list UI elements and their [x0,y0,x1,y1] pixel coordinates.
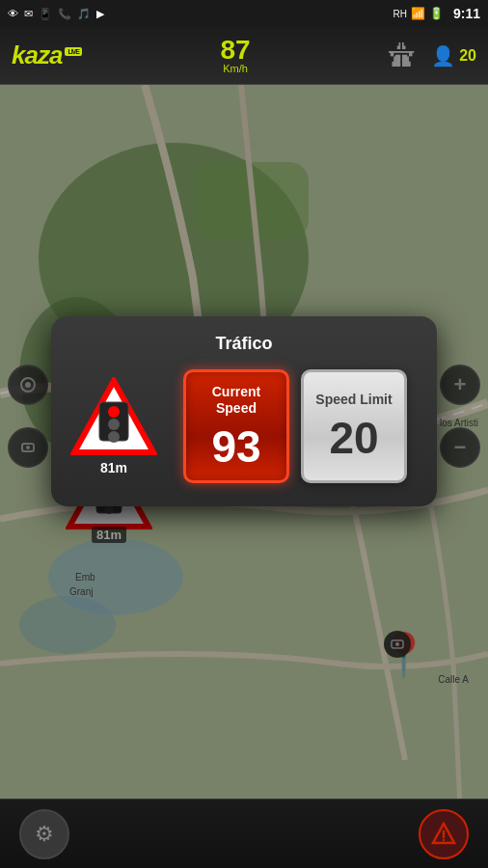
speed-unit: Km/h [223,64,248,74]
speed-limit-box: Speed Limit 20 [301,369,407,483]
person-count: 20 [459,47,476,65]
warning-button[interactable] [419,809,469,859]
mail-icon: ✉ [24,8,33,20]
header-speed-area: 87 Km/h [82,37,389,74]
modal-title: Tráfico [70,334,418,354]
svg-point-19 [108,406,120,418]
eye-icon: 👁 [8,8,18,19]
gear-icon: ⚙ [35,822,54,847]
app-icon-2: 📞 [58,8,71,20]
live-badge: LIVE [65,47,82,56]
speed-boxes: Current Speed 93 Speed Limit 20 [173,369,418,483]
warning-icon [430,821,457,848]
header-road-icon: 🛣 [389,40,416,71]
header-right-info: 👤 20 [431,44,476,68]
modal-traffic-sign [70,377,157,456]
svg-point-20 [108,419,120,430]
bottom-bar: ⚙ [0,799,488,868]
music-icon: 🎵 [77,8,91,20]
speed-limit-label: Speed Limit [315,392,392,408]
modal-overlay: Tráfico 81m Current Speed 93 [0,85,488,868]
status-left-icons: 👁 ✉ 📱 📞 🎵 ▶ [8,8,104,20]
kaza-logo-area: kazaLIVE [0,41,82,70]
app-icon-1: 📱 [39,8,52,20]
video-icon: ▶ [96,8,104,20]
app-header: kazaLIVE 87 Km/h 🛣 👤 20 [0,27,488,85]
current-speed-value: 93 [211,424,260,469]
modal-sign-area: 81m [70,377,157,475]
status-time: 9:11 [453,6,480,21]
modal-sign-distance: 81m [100,460,127,475]
signal-icon: 📶 [411,7,425,20]
speed-limit-value: 20 [329,416,378,460]
current-speed-box: Current Speed 93 [183,369,289,483]
settings-button[interactable]: ⚙ [19,809,69,859]
current-speed-header: 87 [221,37,251,64]
status-bar: 👁 ✉ 📱 📞 🎵 ▶ RH 📶 🔋 9:11 [0,0,488,27]
status-right-icons: RH 📶 🔋 9:11 [393,6,480,21]
traffic-modal: Tráfico 81m Current Speed 93 [51,316,437,506]
current-speed-label: Current Speed [196,384,277,417]
svg-point-21 [108,431,120,443]
carrier-label: RH [393,9,407,19]
svg-point-24 [443,838,445,840]
person-icon: 👤 [431,44,455,68]
modal-content: 81m Current Speed 93 Speed Limit 20 [70,369,418,483]
kaza-logo: kazaLIVE [12,41,82,69]
battery-icon: 🔋 [429,7,444,20]
